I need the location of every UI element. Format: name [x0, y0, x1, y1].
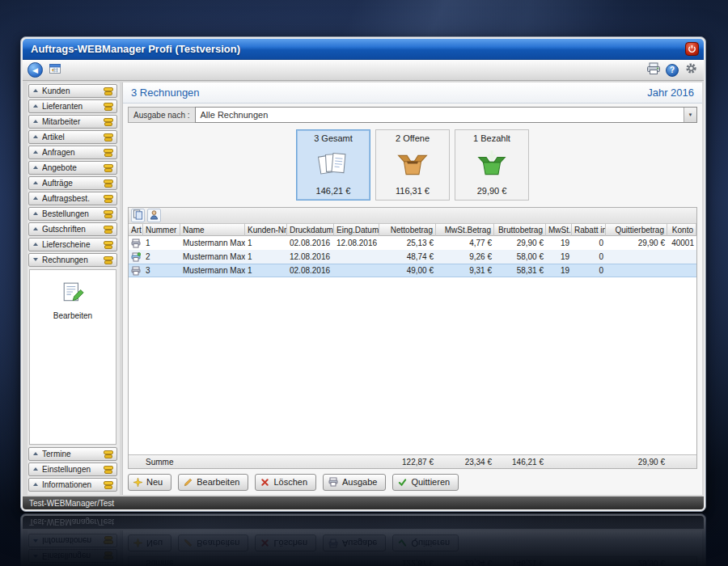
keys-icon	[104, 450, 113, 458]
column-header[interactable]: Eing.Datum	[334, 224, 379, 236]
sidebar-item-artikel[interactable]: Artikel	[28, 130, 117, 144]
card-offene[interactable]: 2 Offene 116,31 €	[375, 129, 450, 201]
keys-icon	[104, 103, 113, 111]
chevron-up-icon	[32, 164, 40, 171]
keys-icon	[104, 195, 113, 203]
table-row[interactable]: 2 Mustermann Max 1 12.08.2016 48,74 € 9,…	[129, 250, 696, 264]
column-header[interactable]: Bruttobetrag	[494, 224, 546, 236]
sidebar-item-lieferanten[interactable]: Lieferanten	[28, 99, 117, 113]
card-bezahlt[interactable]: 1 Bezahlt 29,90 €	[455, 129, 529, 201]
check-icon	[398, 478, 407, 487]
sidebar-item-einstellungen[interactable]: Einstellungen	[28, 463, 117, 476]
content-area: Kunden Lieferanten Mitarbeiter Artikel A…	[23, 81, 704, 496]
copy-icon	[133, 209, 143, 223]
sidebar-item-gutschriften[interactable]: Gutschriften	[28, 222, 117, 236]
sum-quittier: 29,90 €	[606, 458, 667, 467]
sidebar-item-rechnungen[interactable]: Rechnungen	[28, 253, 117, 267]
chevron-up-icon	[32, 180, 40, 187]
column-header[interactable]: MwSt.Betrag	[436, 224, 494, 236]
user-icon	[149, 209, 159, 223]
keys-icon	[104, 118, 113, 126]
invoice-table: Art Nummer Name Kunden-Nr Druckdatum Ein…	[128, 207, 697, 469]
column-header[interactable]: Quittierbetrag	[606, 224, 667, 236]
titlebar[interactable]: Auftrags-WEBManager Profi (Testversion)	[23, 39, 704, 60]
sidebar-item-lieferscheine[interactable]: Lieferscheine	[28, 238, 117, 251]
bearbeiten-button[interactable]: Bearbeiten	[178, 474, 248, 491]
chevron-up-icon	[32, 133, 40, 141]
card-amount: 116,31 €	[396, 186, 430, 196]
card-title: 2 Offene	[396, 133, 430, 143]
column-header[interactable]: Druckdatum	[287, 224, 334, 236]
chevron-up-icon	[32, 149, 40, 156]
print-button[interactable]	[645, 62, 662, 78]
chevron-up-icon	[32, 466, 40, 473]
column-header[interactable]: Kunden-Nr	[245, 224, 287, 236]
sum-label: Summe	[143, 458, 379, 467]
filter-dropdown[interactable]: Alle Rechnungen ▼	[195, 107, 698, 123]
column-header[interactable]: Art	[129, 224, 143, 236]
edit-icon	[184, 478, 193, 487]
column-header[interactable]: Name	[180, 224, 245, 236]
settings-button[interactable]	[683, 62, 699, 78]
ausgabe-button[interactable]: Ausgabe	[323, 474, 386, 491]
calendar-grid-button[interactable]	[47, 62, 63, 78]
keys-icon	[104, 241, 113, 249]
sidebar-item-anfragen[interactable]: Anfragen	[28, 146, 117, 159]
sidebar-item-kunden[interactable]: Kunden	[28, 84, 117, 98]
main-toolbar: ◀ ?	[23, 60, 704, 81]
sum-brutto: 146,21 €	[494, 458, 546, 467]
column-header[interactable]: MwSt.	[546, 224, 572, 236]
column-header[interactable]: Nettobetrag	[379, 224, 436, 236]
chevron-up-icon	[32, 195, 40, 202]
sum-mwst: 23,34 €	[436, 458, 494, 467]
year-label: Jahr 2016	[647, 87, 694, 99]
printer-icon	[328, 477, 338, 487]
edit-invoices-icon[interactable]	[61, 281, 84, 307]
column-header[interactable]: Konto	[667, 224, 696, 236]
gear-icon	[685, 62, 697, 78]
chevron-down-icon[interactable]: ▼	[684, 108, 696, 122]
keys-icon	[104, 133, 113, 142]
loeschen-button[interactable]: Löschen	[255, 474, 316, 491]
app-window: Auftrags-WEBManager Profi (Testversion) …	[20, 36, 706, 512]
sidebar-item-bestellungen[interactable]: Bestellungen	[28, 207, 117, 221]
neu-button[interactable]: Neu	[128, 474, 171, 491]
chevron-up-icon	[32, 87, 40, 95]
keys-icon	[104, 481, 113, 489]
sidebar-item-auftraege[interactable]: Aufträge	[28, 176, 117, 190]
invoices-stack-icon	[315, 143, 351, 186]
column-header[interactable]: Nummer	[143, 224, 180, 236]
chevron-down-icon	[32, 256, 40, 264]
column-header[interactable]: Rabatt in	[572, 224, 606, 236]
sidebar-item-informationen[interactable]: Informationen	[28, 478, 117, 492]
main-header: 3 Rechnungen Jahr 2016	[123, 82, 702, 103]
table-row-selected[interactable]: 3 Mustermann Max 1 02.08.2016 49,00 € 9,…	[129, 264, 696, 277]
status-text: Test-WEBManager/Test	[29, 499, 114, 508]
sidebar-item-termine[interactable]: Termine	[28, 447, 117, 461]
help-button[interactable]: ?	[666, 64, 679, 77]
quittieren-button[interactable]: Quittieren	[392, 474, 459, 491]
arrow-left-icon: ◀	[32, 66, 38, 74]
sum-row: Summe 122,87 € 23,34 € 146,21 € 29,90 €	[129, 454, 696, 468]
chevron-up-icon	[32, 118, 40, 125]
printer-icon	[646, 62, 661, 78]
copy-button[interactable]	[131, 209, 145, 222]
card-gesamt[interactable]: 3 Gesamt 146,21 €	[296, 129, 370, 201]
window-title: Auftrags-WEBManager Profi (Testversion)	[31, 43, 240, 55]
close-button[interactable]	[685, 42, 699, 56]
sidebar-item-auftragsbest[interactable]: Auftragsbest.	[28, 192, 117, 205]
sidebar-item-mitarbeiter[interactable]: Mitarbeiter	[28, 115, 117, 129]
table-row[interactable]: 1 Mustermann Max 1 02.08.2016 12.08.2016…	[129, 236, 696, 250]
keys-icon	[104, 256, 113, 264]
sidebar-item-angebote[interactable]: Angebote	[28, 161, 117, 175]
chevron-up-icon	[32, 450, 40, 458]
panel-action-label[interactable]: Bearbeiten	[53, 311, 92, 320]
back-button[interactable]: ◀	[28, 62, 43, 78]
card-title: 1 Bezahlt	[473, 133, 510, 143]
statusbar: Test-WEBManager/Test	[23, 496, 704, 509]
filter-row: Ausgabe nach : Alle Rechnungen ▼	[128, 107, 697, 123]
customer-button[interactable]	[147, 209, 161, 222]
keys-icon	[104, 210, 113, 218]
keys-icon	[104, 466, 113, 474]
card-amount: 146,21 €	[316, 186, 351, 196]
